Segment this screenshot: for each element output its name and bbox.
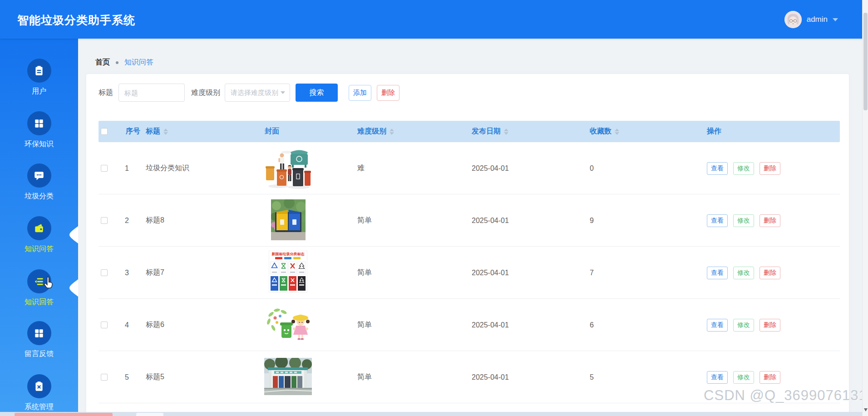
sort-asc-icon[interactable] xyxy=(390,129,394,131)
delete-button[interactable]: 删除 xyxy=(760,162,780,175)
row-checkbox[interactable] xyxy=(101,322,108,328)
edit-button[interactable]: 修改 xyxy=(733,162,754,175)
view-button[interactable]: 查看 xyxy=(707,319,728,332)
view-button[interactable]: 查看 xyxy=(707,267,728,279)
column-header[interactable]: 收藏数 xyxy=(590,121,619,142)
sort-asc-icon[interactable] xyxy=(504,129,508,131)
sidebar-item-1[interactable]: 用户 xyxy=(0,59,78,96)
add-button[interactable]: 添加 xyxy=(349,85,371,101)
column-header[interactable]: 发布日期 xyxy=(472,121,508,142)
sort-asc-icon[interactable] xyxy=(163,129,168,131)
sidebar-item-4[interactable]: 知识问答 xyxy=(0,216,78,254)
column-header[interactable]: 标题 xyxy=(146,121,168,142)
scrollbar-down-arrow-icon[interactable] xyxy=(864,408,868,411)
row-checkbox[interactable] xyxy=(101,374,108,381)
vertical-scrollbar[interactable] xyxy=(862,0,868,416)
select-all-checkbox[interactable] xyxy=(101,128,108,135)
difficulty-select[interactable]: 请选择难度级别 xyxy=(225,84,290,102)
sidebar-item-6[interactable]: 留言反馈 xyxy=(0,321,78,359)
breadcrumb-separator-dot xyxy=(116,61,118,64)
cover-garbage-sorting-illustration xyxy=(265,145,311,190)
delete-button[interactable]: 删除 xyxy=(760,371,780,384)
wallet-icon-circle xyxy=(27,216,51,240)
sort-asc-icon[interactable] xyxy=(615,129,619,131)
breadcrumb-current[interactable]: 知识问答 xyxy=(124,58,153,67)
sort-carets[interactable] xyxy=(163,129,168,135)
edit-button[interactable]: 修改 xyxy=(733,319,754,332)
sidebar-item-2[interactable]: 环保知识 xyxy=(0,111,78,149)
title-filter-label: 标题 xyxy=(99,88,113,97)
cell-title: 标题5 xyxy=(146,351,164,403)
cell-favorites: 9 xyxy=(590,194,594,247)
sidebar-item-5[interactable]: 知识回答 xyxy=(0,269,78,307)
clipboard-x-icon-circle xyxy=(27,374,51,398)
user-menu[interactable]: admin xyxy=(784,0,838,39)
clipboard-x-icon xyxy=(33,381,45,392)
bottom-edge-light-fragment xyxy=(136,413,163,416)
svg-text:新国标垃圾分类标志: 新国标垃圾分类标志 xyxy=(271,252,305,256)
bottom-edge-strip xyxy=(0,412,868,416)
grid-icon-circle xyxy=(27,111,51,135)
row-checkbox[interactable] xyxy=(101,217,108,224)
sort-desc-icon[interactable] xyxy=(390,132,394,135)
sidebar-item-label: 知识问答 xyxy=(25,244,54,254)
breadcrumb-home[interactable]: 首页 xyxy=(95,58,110,67)
cell-difficulty: 简单 xyxy=(357,299,372,351)
grid-icon-circle xyxy=(27,321,51,345)
column-header[interactable]: 难度级别 xyxy=(357,121,394,142)
title-filter-input[interactable] xyxy=(118,84,185,102)
cell-publish-date: 2025-04-01 xyxy=(472,142,509,194)
clipboard-icon-circle xyxy=(27,59,51,83)
scrollbar-thumb[interactable] xyxy=(863,13,868,110)
view-button[interactable]: 查看 xyxy=(707,371,728,384)
column-label: 难度级别 xyxy=(357,127,386,136)
sidebar-item-7[interactable]: 系统管理 xyxy=(0,374,78,412)
sort-desc-icon[interactable] xyxy=(615,132,619,135)
view-button[interactable]: 查看 xyxy=(707,162,728,175)
search-button[interactable]: 搜索 xyxy=(296,84,338,102)
app-title: 智能垃圾分类助手系统 xyxy=(17,13,135,28)
avatar[interactable] xyxy=(784,11,802,28)
sidebar-item-label: 留言反馈 xyxy=(25,349,54,359)
table-row: 1 垃圾分类知识 难 2025-04- xyxy=(99,142,840,194)
delete-button[interactable]: 删除 xyxy=(760,319,780,332)
view-button[interactable]: 查看 xyxy=(707,214,728,227)
edit-button[interactable]: 修改 xyxy=(733,214,754,227)
cover-classification-signs-poster: 新国标垃圾分类标志 xyxy=(269,251,307,293)
grid-icon xyxy=(33,118,45,129)
edit-button[interactable]: 修改 xyxy=(733,371,754,384)
sort-desc-icon[interactable] xyxy=(163,132,168,135)
delete-selected-button[interactable]: 删除 xyxy=(377,85,399,101)
sidebar-item-label: 环保知识 xyxy=(25,139,54,149)
cell-publish-date: 2025-04-01 xyxy=(472,194,509,247)
row-checkbox[interactable] xyxy=(101,269,108,276)
sort-carets[interactable] xyxy=(615,129,619,135)
cover-image xyxy=(265,145,311,192)
edit-button[interactable]: 修改 xyxy=(733,267,754,279)
sidebar-item-3[interactable]: 垃圾分类 xyxy=(0,163,78,201)
sort-desc-icon[interactable] xyxy=(504,132,508,135)
row-checkbox[interactable] xyxy=(101,165,108,172)
column-label: 收藏数 xyxy=(590,127,612,136)
active-indicator-arrow xyxy=(67,226,78,243)
cell-favorites: 5 xyxy=(590,351,594,403)
table-row: 4 标题6 简单 xyxy=(99,299,840,351)
sort-carets[interactable] xyxy=(390,129,394,135)
column-label: 序号 xyxy=(126,127,140,136)
table-body: 1 垃圾分类知识 难 2025-04- xyxy=(99,142,840,403)
cover-garbage-station-photo xyxy=(264,358,312,395)
cell-difficulty: 简单 xyxy=(357,247,372,299)
cell-publish-date: 2025-04-01 xyxy=(472,247,509,299)
clipboard-icon xyxy=(33,65,45,77)
delete-button[interactable]: 删除 xyxy=(760,214,780,227)
column-label: 发布日期 xyxy=(472,127,501,136)
sort-carets[interactable] xyxy=(504,129,508,135)
sidebar-item-label: 垃圾分类 xyxy=(25,192,54,201)
cell-index: 5 xyxy=(125,351,129,403)
column-header: 序号 xyxy=(126,121,140,142)
table-row: 2 标题8 简单 2025-04-01 9 查看 修改 删除 xyxy=(99,194,840,247)
cell-difficulty: 简单 xyxy=(357,194,372,247)
bottom-edge-red-fragment xyxy=(15,413,113,416)
delete-button[interactable]: 删除 xyxy=(760,267,780,279)
cell-index: 4 xyxy=(125,299,129,351)
